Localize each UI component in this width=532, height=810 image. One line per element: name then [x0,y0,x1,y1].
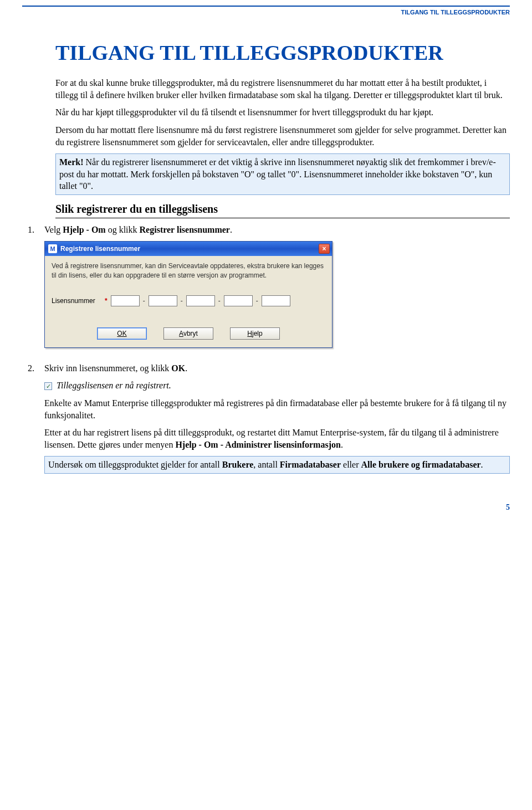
checkmark-icon: ✓ [44,382,52,390]
license-segment-1[interactable] [111,295,140,306]
step-1: 1. Velg Hjelp - Om og klikk Registrer li… [28,224,510,357]
intro-paragraph-3: Dersom du har mottatt flere lisensnumre … [55,124,510,148]
dialog-body-text: Ved å registrere lisensnummer, kan din S… [52,262,325,279]
registered-text: Tilleggslisensen er nå registrert. [57,381,171,390]
close-icon[interactable]: × [319,244,330,254]
registered-confirmation: ✓ Tilleggslisensen er nå registrert. [44,380,510,392]
dialog-title: Registrere lisensnummer [60,244,140,253]
license-segment-5[interactable] [262,295,290,306]
license-field-row: Lisensnummer * - - - - [52,295,325,306]
subheading-register: Slik registrerer du en tilleggslisens [55,202,510,218]
ok-button[interactable]: OK [97,327,147,340]
step-1-number: 1. [28,224,44,236]
header-section-label: TILGANG TIL TILLEGGSPRODUKTER [22,8,510,17]
note-box-merk: Merk! Når du registrerer lisensnummeret … [55,153,510,195]
segment-separator: - [256,296,258,305]
step-2-text: Skriv inn lisensnummeret, og klikk OK. [44,363,187,373]
help-button[interactable]: Hjelp [230,327,280,340]
required-asterisk: * [105,296,108,305]
post-paragraph-2: Etter at du har registrert lisens på dit… [44,427,510,450]
license-segment-4[interactable] [224,295,253,306]
page-title: TILGANG TIL TILLEGGSPRODUKTER [55,39,510,67]
header-rule [22,6,510,7]
segment-separator: - [181,296,183,305]
intro-paragraph-2: Når du har kjøpt tilleggsprodukter vil d… [55,106,510,119]
cancel-button[interactable]: Avbryt [163,327,213,340]
license-segment-3[interactable] [186,295,215,306]
license-field-label: Lisensnummer [52,296,101,305]
intro-paragraph-1: For at du skal kunne bruke tilleggsprodu… [55,77,510,101]
app-icon: M [48,244,57,253]
page-number: 5 [22,503,510,513]
note-box-undersok: Undersøk om tilleggsproduktet gjelder fo… [44,456,510,474]
post-paragraph-1: Enkelte av Mamut Enterprise tilleggsprod… [44,397,510,421]
segment-separator: - [143,296,145,305]
note-text: Når du registrerer lisensnummeret er det… [59,157,496,191]
license-segment-2[interactable] [149,295,177,306]
license-dialog: M Registrere lisensnummer × Ved å regist… [44,241,332,347]
note-bold-label: Merk! [59,157,84,167]
step-1-text: Velg Hjelp - Om og klikk Registrer lisen… [44,225,232,234]
step-2-number: 2. [28,362,44,375]
step-2: 2. Skriv inn lisensnummeret, og klikk OK… [28,362,510,480]
segment-separator: - [218,296,221,305]
dialog-titlebar: M Registrere lisensnummer × [45,242,332,256]
